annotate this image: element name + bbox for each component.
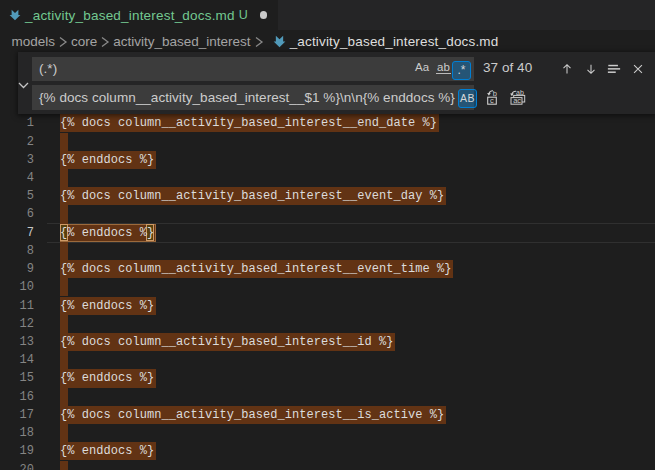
svg-text:ac: ac [513,96,521,105]
svg-text:ab: ab [516,89,524,96]
svg-text:c: c [490,96,494,105]
